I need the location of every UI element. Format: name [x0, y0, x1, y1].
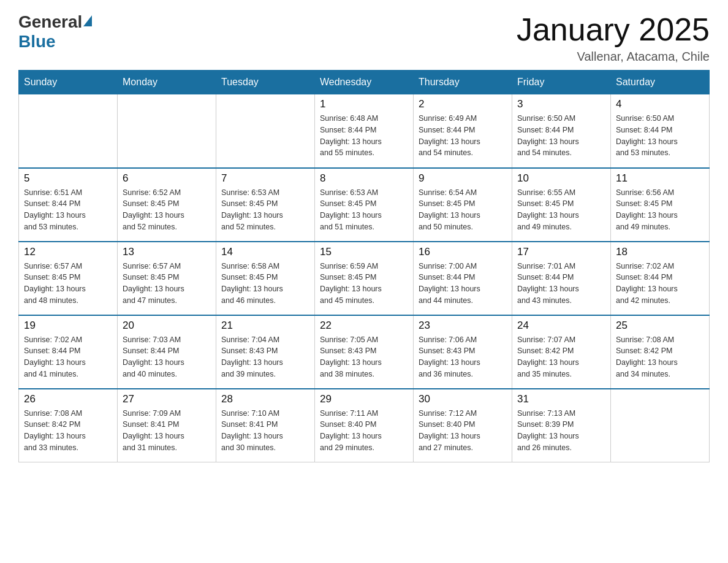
- calendar-cell: 11Sunrise: 6:56 AMSunset: 8:45 PMDayligh…: [611, 168, 710, 242]
- calendar-cell: 18Sunrise: 7:02 AMSunset: 8:44 PMDayligh…: [611, 242, 710, 315]
- calendar-cell: 2Sunrise: 6:49 AMSunset: 8:44 PMDaylight…: [414, 94, 512, 168]
- calendar-cell: 15Sunrise: 6:59 AMSunset: 8:45 PMDayligh…: [315, 242, 414, 315]
- day-number: 17: [517, 246, 605, 258]
- day-info: Sunrise: 6:52 AMSunset: 8:45 PMDaylight:…: [123, 187, 211, 233]
- calendar-week-row: 19Sunrise: 7:02 AMSunset: 8:44 PMDayligh…: [19, 315, 710, 389]
- logo-blue-text: Blue: [18, 32, 56, 52]
- calendar-cell: 9Sunrise: 6:54 AMSunset: 8:45 PMDaylight…: [414, 168, 512, 242]
- day-info: Sunrise: 7:12 AMSunset: 8:40 PMDaylight:…: [419, 408, 507, 454]
- day-number: 31: [517, 393, 605, 405]
- day-info: Sunrise: 6:51 AMSunset: 8:44 PMDaylight:…: [24, 187, 112, 233]
- calendar-cell: 16Sunrise: 7:00 AMSunset: 8:44 PMDayligh…: [414, 242, 512, 315]
- day-number: 14: [221, 246, 309, 258]
- location-text: Vallenar, Atacama, Chile: [517, 50, 710, 64]
- logo: General Blue: [18, 12, 92, 52]
- day-number: 23: [419, 320, 507, 332]
- day-info: Sunrise: 7:02 AMSunset: 8:44 PMDaylight:…: [616, 261, 704, 307]
- day-info: Sunrise: 7:00 AMSunset: 8:44 PMDaylight:…: [419, 261, 507, 307]
- column-header-friday: Friday: [512, 71, 611, 94]
- calendar-cell: 20Sunrise: 7:03 AMSunset: 8:44 PMDayligh…: [118, 315, 216, 389]
- calendar-cell: 28Sunrise: 7:10 AMSunset: 8:41 PMDayligh…: [216, 389, 315, 462]
- day-number: 30: [419, 393, 507, 405]
- day-number: 28: [221, 393, 309, 405]
- day-number: 9: [419, 172, 507, 185]
- day-info: Sunrise: 7:13 AMSunset: 8:39 PMDaylight:…: [517, 408, 605, 454]
- day-info: Sunrise: 6:57 AMSunset: 8:45 PMDaylight:…: [24, 261, 112, 307]
- calendar-cell: [19, 94, 118, 168]
- day-number: 1: [320, 98, 408, 110]
- day-info: Sunrise: 6:48 AMSunset: 8:44 PMDaylight:…: [320, 113, 408, 159]
- logo-arrow-icon: [83, 15, 92, 26]
- day-number: 7: [221, 172, 309, 185]
- column-header-monday: Monday: [118, 71, 216, 94]
- column-header-sunday: Sunday: [19, 71, 118, 94]
- calendar-cell: 26Sunrise: 7:08 AMSunset: 8:42 PMDayligh…: [19, 389, 118, 462]
- calendar-week-row: 1Sunrise: 6:48 AMSunset: 8:44 PMDaylight…: [19, 94, 710, 168]
- calendar-cell: 19Sunrise: 7:02 AMSunset: 8:44 PMDayligh…: [19, 315, 118, 389]
- day-number: 6: [123, 172, 211, 185]
- day-info: Sunrise: 7:09 AMSunset: 8:41 PMDaylight:…: [123, 408, 211, 454]
- calendar-cell: 12Sunrise: 6:57 AMSunset: 8:45 PMDayligh…: [19, 242, 118, 315]
- day-info: Sunrise: 6:57 AMSunset: 8:45 PMDaylight:…: [123, 261, 211, 307]
- calendar-week-row: 5Sunrise: 6:51 AMSunset: 8:44 PMDaylight…: [19, 168, 710, 242]
- day-number: 18: [616, 246, 704, 258]
- calendar-table: SundayMondayTuesdayWednesdayThursdayFrid…: [18, 70, 710, 462]
- column-header-saturday: Saturday: [611, 71, 710, 94]
- day-info: Sunrise: 6:55 AMSunset: 8:45 PMDaylight:…: [517, 187, 605, 233]
- day-number: 27: [123, 393, 211, 405]
- column-header-wednesday: Wednesday: [315, 71, 414, 94]
- column-header-tuesday: Tuesday: [216, 71, 315, 94]
- calendar-cell: 10Sunrise: 6:55 AMSunset: 8:45 PMDayligh…: [512, 168, 611, 242]
- day-info: Sunrise: 6:54 AMSunset: 8:45 PMDaylight:…: [419, 187, 507, 233]
- day-info: Sunrise: 7:06 AMSunset: 8:43 PMDaylight:…: [419, 334, 507, 380]
- calendar-cell: 3Sunrise: 6:50 AMSunset: 8:44 PMDaylight…: [512, 94, 611, 168]
- day-info: Sunrise: 6:53 AMSunset: 8:45 PMDaylight:…: [320, 187, 408, 233]
- calendar-cell: 4Sunrise: 6:50 AMSunset: 8:44 PMDaylight…: [611, 94, 710, 168]
- calendar-cell: 30Sunrise: 7:12 AMSunset: 8:40 PMDayligh…: [414, 389, 512, 462]
- calendar-cell: 24Sunrise: 7:07 AMSunset: 8:42 PMDayligh…: [512, 315, 611, 389]
- day-number: 3: [517, 98, 605, 110]
- calendar-cell: 13Sunrise: 6:57 AMSunset: 8:45 PMDayligh…: [118, 242, 216, 315]
- day-number: 24: [517, 320, 605, 332]
- day-info: Sunrise: 7:11 AMSunset: 8:40 PMDaylight:…: [320, 408, 408, 454]
- day-info: Sunrise: 6:56 AMSunset: 8:45 PMDaylight:…: [616, 187, 704, 233]
- calendar-week-row: 12Sunrise: 6:57 AMSunset: 8:45 PMDayligh…: [19, 242, 710, 315]
- calendar-cell: [118, 94, 216, 168]
- day-info: Sunrise: 6:50 AMSunset: 8:44 PMDaylight:…: [517, 113, 605, 159]
- day-number: 5: [24, 172, 112, 185]
- calendar-cell: 25Sunrise: 7:08 AMSunset: 8:42 PMDayligh…: [611, 315, 710, 389]
- calendar-cell: 7Sunrise: 6:53 AMSunset: 8:45 PMDaylight…: [216, 168, 315, 242]
- calendar-week-row: 26Sunrise: 7:08 AMSunset: 8:42 PMDayligh…: [19, 389, 710, 462]
- calendar-cell: 31Sunrise: 7:13 AMSunset: 8:39 PMDayligh…: [512, 389, 611, 462]
- calendar-header-row: SundayMondayTuesdayWednesdayThursdayFrid…: [19, 71, 710, 94]
- day-info: Sunrise: 6:58 AMSunset: 8:45 PMDaylight:…: [221, 261, 309, 307]
- day-number: 13: [123, 246, 211, 258]
- day-info: Sunrise: 7:08 AMSunset: 8:42 PMDaylight:…: [616, 334, 704, 380]
- day-info: Sunrise: 7:03 AMSunset: 8:44 PMDaylight:…: [123, 334, 211, 380]
- day-info: Sunrise: 6:59 AMSunset: 8:45 PMDaylight:…: [320, 261, 408, 307]
- day-number: 11: [616, 172, 704, 185]
- day-number: 21: [221, 320, 309, 332]
- day-number: 2: [419, 98, 507, 110]
- calendar-cell: 22Sunrise: 7:05 AMSunset: 8:43 PMDayligh…: [315, 315, 414, 389]
- day-number: 19: [24, 320, 112, 332]
- calendar-cell: 21Sunrise: 7:04 AMSunset: 8:43 PMDayligh…: [216, 315, 315, 389]
- day-number: 10: [517, 172, 605, 185]
- day-number: 4: [616, 98, 704, 110]
- logo-blue-part: [82, 18, 92, 26]
- calendar-cell: 6Sunrise: 6:52 AMSunset: 8:45 PMDaylight…: [118, 168, 216, 242]
- calendar-cell: 27Sunrise: 7:09 AMSunset: 8:41 PMDayligh…: [118, 389, 216, 462]
- day-number: 29: [320, 393, 408, 405]
- day-info: Sunrise: 7:05 AMSunset: 8:43 PMDaylight:…: [320, 334, 408, 380]
- day-info: Sunrise: 7:08 AMSunset: 8:42 PMDaylight:…: [24, 408, 112, 454]
- calendar-cell: 8Sunrise: 6:53 AMSunset: 8:45 PMDaylight…: [315, 168, 414, 242]
- day-number: 22: [320, 320, 408, 332]
- day-info: Sunrise: 6:53 AMSunset: 8:45 PMDaylight:…: [221, 187, 309, 233]
- calendar-cell: 5Sunrise: 6:51 AMSunset: 8:44 PMDaylight…: [19, 168, 118, 242]
- day-number: 12: [24, 246, 112, 258]
- day-info: Sunrise: 7:07 AMSunset: 8:42 PMDaylight:…: [517, 334, 605, 380]
- calendar-cell: [216, 94, 315, 168]
- day-info: Sunrise: 7:01 AMSunset: 8:44 PMDaylight:…: [517, 261, 605, 307]
- day-info: Sunrise: 6:49 AMSunset: 8:44 PMDaylight:…: [419, 113, 507, 159]
- page-header: General Blue January 2025 Vallenar, Atac…: [18, 12, 710, 64]
